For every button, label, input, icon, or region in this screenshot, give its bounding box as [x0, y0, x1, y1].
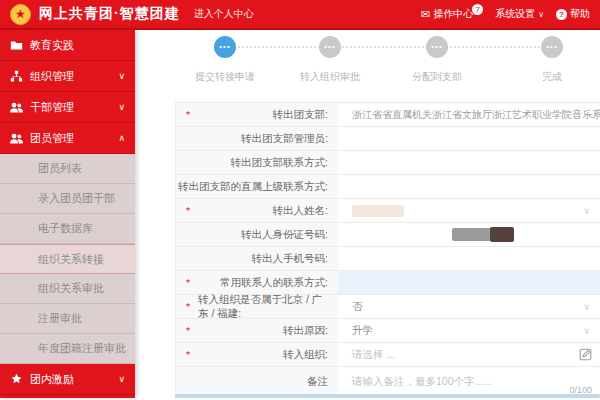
sidebar-subitem-registration-approval[interactable]: 注册审批: [0, 304, 135, 334]
header-actions: ✉ 操作中心 7 系统设置 ∨ ? 帮助: [413, 7, 590, 21]
system-settings-button[interactable]: 系统设置 ∨: [495, 7, 544, 21]
remarks-textarea[interactable]: 请输入备注，最多100个字...... 0/100: [338, 367, 600, 397]
step-label-2: 转入组织审批: [300, 70, 360, 84]
sidebar-subitem-label: 电子数据库: [38, 221, 93, 236]
personal-center-link[interactable]: 进入个人中心: [194, 7, 254, 21]
field-label: 转出团支部联系方式:: [231, 156, 328, 170]
contact-method-input[interactable]: [338, 271, 600, 294]
sidebar-filler: [0, 395, 135, 398]
sidebar-subitem-label: 录入团员团干部: [38, 191, 115, 206]
field-label: 常用联系人的联系方式:: [220, 276, 328, 290]
sidebar-item-league-incentive[interactable]: 团内激励 ∨: [0, 364, 135, 395]
sidebar-subitem-label: 年度团籍注册审批: [38, 341, 126, 356]
field-label: 转出人身份证号码:: [241, 228, 328, 242]
field-label: 备注: [307, 375, 328, 389]
field-label: 转出团支部:: [273, 108, 328, 122]
field-label: 转出团支部的直属上级联系方式:: [178, 180, 328, 194]
chevron-up-icon: ∧: [118, 133, 125, 143]
step-circle-3: [426, 36, 448, 58]
out-branch-contact-value: [338, 151, 600, 174]
org-icon: [10, 70, 23, 83]
transfer-reason-select[interactable]: 升学: [338, 319, 600, 342]
sidebar-subitem-annual-registration-approval[interactable]: 年度团籍注册审批: [0, 334, 135, 364]
form-row-transfer-reason: * 转出原因: 升学: [176, 319, 600, 343]
question-circle-icon: ?: [556, 9, 567, 20]
form-row-superior-contact: 转出团支部的直属上级联系方式:: [176, 175, 600, 199]
chevron-down-icon: [583, 326, 590, 336]
target-org-picker[interactable]: 请选择 ...: [338, 343, 600, 366]
required-mark: *: [186, 349, 190, 361]
required-mark: *: [186, 277, 190, 289]
help-button[interactable]: ? 帮助: [556, 7, 590, 21]
required-mark: *: [186, 109, 190, 121]
app-title: 网上共青团·智慧团建: [39, 5, 180, 23]
chevron-down-icon: [583, 206, 590, 216]
users-icon: [10, 101, 23, 114]
sidebar-subitem-label: 组织关系转接: [38, 252, 104, 267]
sidebar-subitem-relation-transfer[interactable]: 组织关系转接: [0, 244, 135, 274]
field-label: 转出原因:: [283, 324, 328, 338]
form-row-out-branch-admin: 转出团支部管理员:: [176, 127, 600, 151]
stepper-dotted-line: [225, 46, 552, 48]
sidebar-subitem-relation-approval[interactable]: 组织关系审批: [0, 274, 135, 304]
folder-icon: [10, 39, 23, 52]
sidebar-subitem-label: 组织关系审批: [38, 281, 104, 296]
superior-contact-value: [338, 175, 600, 198]
award-icon: [10, 373, 23, 386]
envelope-icon: ✉: [421, 8, 430, 21]
users-icon: [10, 132, 23, 145]
field-label: 转出人姓名:: [273, 204, 328, 218]
form-row-out-branch-contact: 转出团支部联系方式:: [176, 151, 600, 175]
step-label-4: 完成: [542, 70, 562, 84]
sidebar-item-label: 组织管理: [30, 69, 74, 84]
operation-center-button[interactable]: ✉ 操作中心 7: [421, 7, 483, 21]
field-label: 转出团支部管理员:: [241, 132, 328, 146]
out-person-name-select[interactable]: [338, 199, 600, 222]
app-header: ★ 网上共青团·智慧团建 进入个人中心 ✉ 操作中心 7 系统设置 ∨ ? 帮助: [0, 0, 600, 30]
edit-icon[interactable]: [579, 348, 592, 361]
chevron-down-icon: ∨: [118, 71, 125, 81]
form-row-id-number: 转出人身份证号码:: [176, 223, 600, 247]
id-number-value: [338, 223, 600, 246]
main-content: 提交转接申请 转入组织审批 分配到支部 完成 * 转出团支部: 浙江省省直属机关…: [135, 30, 600, 398]
step-circle-4: [541, 36, 563, 58]
chevron-down-icon: ∨: [538, 10, 544, 19]
sidebar-item-label: 教育实践: [30, 38, 74, 53]
sidebar-item-label: 团内激励: [30, 372, 74, 387]
chevron-down-icon: ∨: [118, 102, 125, 112]
notification-badge: 7: [472, 4, 483, 15]
redacted-id-value: [452, 227, 514, 242]
target-org-placeholder: 请选择 ...: [352, 348, 395, 362]
sidebar-item-cadre-management[interactable]: 干部管理 ∨: [0, 92, 135, 123]
step-circle-2: [319, 36, 341, 58]
remarks-placeholder: 请输入备注，最多100个字......: [352, 375, 492, 389]
sidebar-item-org-management[interactable]: 组织管理 ∨: [0, 61, 135, 92]
chevron-down-icon: [583, 302, 590, 312]
required-mark: *: [186, 301, 190, 313]
out-branch-admin-value: [338, 127, 600, 150]
operation-center-label: 操作中心: [433, 7, 473, 21]
chevron-down-icon: ∨: [118, 374, 125, 384]
form-row-out-branch: * 转出团支部: 浙江省省直属机关浙江省文旅厅浙江艺术职业学院音乐系: [176, 103, 600, 127]
field-label: 转出人手机号码:: [252, 252, 328, 266]
sidebar-item-member-management[interactable]: 团员管理 ∧: [0, 123, 135, 154]
region-question-select[interactable]: 否: [338, 295, 600, 318]
form-row-target-org: * 转入组织: 请选择 ...: [176, 343, 600, 367]
form-row-contact-method: * 常用联系人的联系方式:: [176, 271, 600, 295]
sidebar-item-education-practice[interactable]: 教育实践: [0, 30, 135, 61]
out-branch-value: 浙江省省直属机关浙江省文旅厅浙江艺术职业学院音乐系: [352, 108, 600, 122]
help-label: 帮助: [570, 7, 590, 21]
form-row-out-person-name: * 转出人姓名:: [176, 199, 600, 223]
region-question-value: 否: [352, 300, 363, 314]
system-settings-label: 系统设置: [495, 7, 535, 21]
step-label-3: 分配到支部: [412, 70, 462, 84]
sidebar-subitem-enter-members[interactable]: 录入团员团干部: [0, 184, 135, 214]
form-row-phone-number: 转出人手机号码:: [176, 247, 600, 271]
sidebar-subitem-member-list[interactable]: 团员列表: [0, 154, 135, 184]
phone-number-value: [338, 247, 600, 270]
field-label: 转入组织是否属于北京 / 广东 / 福建:: [198, 293, 328, 321]
redacted-name-value: [352, 205, 404, 217]
sidebar-subitem-label: 注册审批: [38, 311, 82, 326]
partially-visible-element: [175, 394, 600, 398]
sidebar-subitem-e-database[interactable]: 电子数据库: [0, 214, 135, 244]
